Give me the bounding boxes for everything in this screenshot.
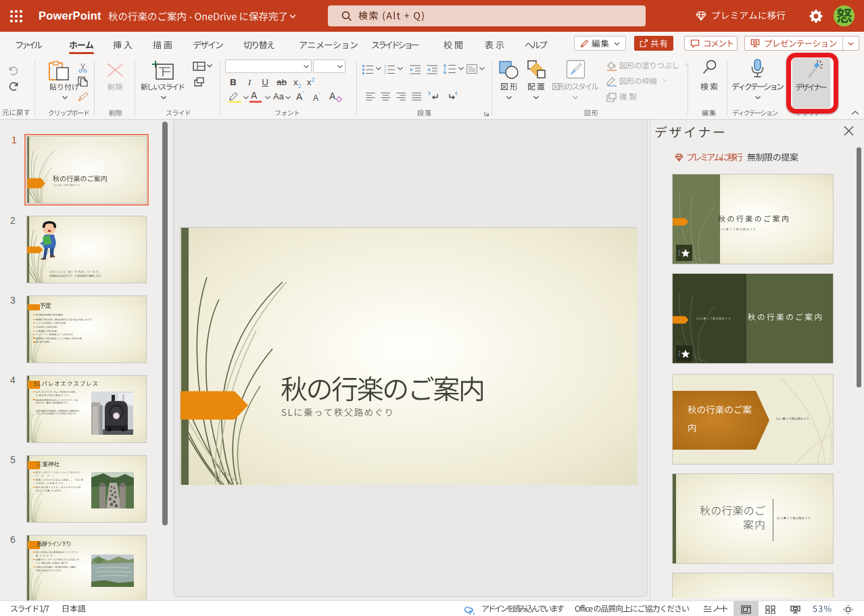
svg-text:3: 3 (384, 72, 386, 75)
